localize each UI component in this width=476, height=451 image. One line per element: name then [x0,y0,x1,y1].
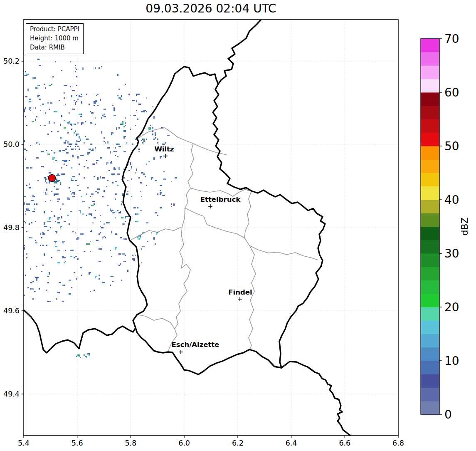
radar-echo-cell [96,160,97,161]
radar-echo-cell [20,186,21,187]
radar-echo-cell [100,157,101,159]
radar-echo-cell [157,215,158,216]
radar-echo-cell [35,221,36,222]
radar-echo-cell [7,116,9,117]
radar-echo-cell [142,172,143,173]
y-tick-label: 49.8 [3,223,20,232]
radar-echo-cell [37,277,39,278]
radar-echo-cell [79,354,80,356]
radar-echo-cell [39,95,40,96]
radar-echo-cell [37,180,39,181]
radar-echo-cell [90,272,91,273]
radar-echo-cell [136,170,137,171]
radar-echo-cell [115,247,116,248]
radar-echo-cell [87,139,89,140]
radar-echo-cell [35,277,36,278]
x-tick-label: 6.0 [178,439,190,447]
radar-echo-cell [71,129,72,130]
radar-echo-cell [125,221,126,222]
radar-echo-cell [44,211,45,212]
radar-echo-cell [49,221,50,222]
radar-echo-cell [91,215,92,216]
radar-echo-cell [71,256,72,257]
radar-echo-cell [62,256,64,257]
radar-echo-cell [51,191,52,192]
radar-echo-cell [49,301,50,302]
radar-echo-cell [110,210,111,211]
radar-echo-cell [74,272,75,273]
radar-echo-cell [94,290,95,291]
radar-echo-cell [69,293,70,295]
info-height: Height: 1000 m [30,34,79,43]
colorbar-segment [421,320,439,334]
radar-echo-cell [31,167,32,169]
colorbar-segment [421,334,439,347]
radar-echo-cell [0,252,1,253]
radar-echo-cell [85,136,86,137]
radar-echo-cell [60,150,61,151]
radar-echo-cell [70,144,71,145]
radar-echo-cell [30,282,31,283]
radar-echo-cell [30,99,31,100]
radar-echo-cell [61,226,62,227]
canton-border-line [249,245,256,351]
radar-echo-cell [95,124,96,125]
radar-echo-cell [113,212,115,213]
radar-echo-cell [71,124,72,125]
radar-echo-cell [2,166,4,167]
radar-echo-cell [25,213,26,215]
radar-echo-cell [16,66,17,67]
radar-echo-cell [49,182,50,183]
radar-echo-cell [72,231,74,232]
radar-echo-cell [39,144,40,145]
radar-echo-cell [111,256,112,257]
radar-echo-cell [20,116,21,117]
radar-echo-cell [155,135,156,136]
radar-echo-cell [147,222,148,223]
radar-echo-cell [156,180,157,181]
radar-echo-cell [6,127,7,129]
radar-echo-cell [79,137,80,139]
radar-echo-cell [147,241,148,242]
radar-echo-cell [1,135,2,136]
radar-echo-cell [61,216,62,217]
radar-echo-cell [21,130,22,131]
radar-echo-cell [79,95,80,96]
radar-echo-cell [122,253,123,255]
radar-echo-cell [64,285,65,286]
radar-echo-cell [79,96,80,97]
radar-echo-cell [109,222,110,223]
radar-echo-cell [45,181,46,182]
radar-echo-cell [118,146,120,147]
radar-echo-cell [30,237,31,238]
radar-echo-cell [35,77,36,79]
radar-echo-cell [94,203,95,205]
radar-echo-cell [165,178,166,180]
radar-echo-cell [56,180,57,181]
radar-echo-cell [46,193,47,195]
radar-echo-cell [20,211,21,212]
radar-echo-cell [57,250,59,251]
radar-echo-cell [153,238,155,240]
radar-echo-cell [146,164,147,165]
radar-echo-cell [60,124,61,125]
radar-echo-cell [143,246,145,247]
radar-echo-cell [56,182,57,183]
radar-echo-cell [120,211,121,212]
radar-echo-cell [123,253,125,255]
radar-echo-cell [19,117,20,119]
radar-echo-cell [107,147,109,149]
radar-echo-cell [36,157,37,159]
radar-echo-cell [138,238,140,240]
radar-echo-cell [64,120,65,121]
radar-echo-cell [120,99,121,100]
radar-echo-cell [20,257,21,258]
radar-map-plot: WiltzEttelbruckFindelEsch/Alzette5.45.65… [0,0,476,451]
radar-echo-cell [65,161,66,162]
radar-echo-cell [120,253,121,255]
radar-echo-cell [87,167,89,169]
radar-echo-cell [65,257,66,258]
radar-echo-cell [64,164,65,165]
radar-echo-cell [36,142,37,144]
colorbar-tick-label: 40 [444,193,459,207]
